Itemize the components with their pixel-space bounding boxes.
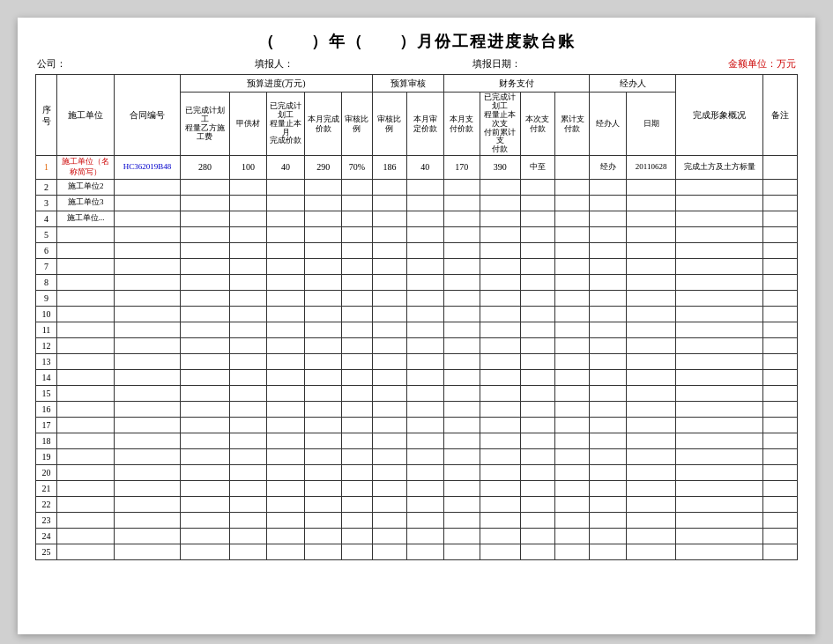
table-cell	[555, 226, 590, 242]
table-cell	[762, 528, 797, 544]
table-cell	[480, 290, 520, 306]
col-budget-group: 预算进度(万元)	[180, 75, 372, 93]
table-cell	[341, 353, 372, 369]
col-contractor: 施工单位	[57, 75, 115, 156]
table-cell: HC362019B48	[115, 156, 180, 179]
table-cell	[180, 417, 230, 433]
table-cell: 17	[36, 417, 57, 433]
table-cell	[180, 274, 230, 290]
table-cell	[305, 417, 341, 433]
table-cell	[762, 242, 797, 258]
table-cell: 中至	[520, 156, 554, 179]
table-row: 4施工单位...	[36, 211, 798, 226]
company-label: 公司：	[37, 57, 143, 70]
table-row: 25	[36, 544, 798, 559]
table-cell	[762, 322, 797, 337]
table-cell	[676, 417, 762, 433]
table-cell	[341, 369, 372, 385]
col-note: 备注	[762, 75, 797, 156]
table-cell	[180, 353, 230, 369]
table-cell	[180, 337, 230, 353]
table-cell	[305, 274, 341, 290]
table-cell	[341, 226, 372, 242]
table-cell	[230, 496, 266, 512]
table-cell: 19	[36, 448, 57, 464]
table-cell	[555, 385, 590, 401]
table-cell: 1	[36, 156, 57, 179]
table-cell	[676, 353, 762, 369]
table-cell	[230, 401, 266, 417]
table-cell	[590, 258, 626, 274]
table-cell	[590, 195, 626, 211]
table-cell	[305, 464, 341, 480]
table-cell	[762, 417, 797, 433]
table-cell	[341, 433, 372, 448]
table-row: 10	[36, 306, 798, 322]
meta-row: 公司： 填报人： 填报日期： 金额单位：万元	[35, 57, 798, 70]
table-cell	[57, 274, 115, 290]
table-cell	[341, 417, 372, 433]
table-cell	[480, 369, 520, 385]
table-cell	[626, 242, 676, 258]
table-cell	[57, 464, 115, 480]
table-cell	[520, 258, 554, 274]
table-cell	[626, 290, 676, 306]
table-cell	[590, 322, 626, 337]
table-cell	[266, 401, 305, 417]
table-cell	[305, 322, 341, 337]
table-cell	[480, 512, 520, 528]
table-row: 17	[36, 417, 798, 433]
table-cell	[407, 290, 443, 306]
table-row: 5	[36, 226, 798, 242]
table-cell	[520, 226, 554, 242]
table-cell	[266, 211, 305, 226]
table-cell: 6	[36, 242, 57, 258]
table-cell: 20	[36, 464, 57, 480]
table-cell	[341, 401, 372, 417]
table-cell	[555, 528, 590, 544]
table-cell: 70%	[341, 156, 372, 179]
table-cell	[305, 179, 341, 195]
table-cell	[626, 274, 676, 290]
col-p3: 本次支付款	[520, 93, 554, 156]
table-cell	[676, 528, 762, 544]
table-cell	[676, 401, 762, 417]
table-cell	[676, 369, 762, 385]
table-cell	[443, 544, 480, 559]
table-cell	[480, 322, 520, 337]
table-cell	[115, 274, 180, 290]
table-cell	[115, 211, 180, 226]
table-cell	[230, 306, 266, 322]
table-cell	[266, 448, 305, 464]
table-cell	[115, 242, 180, 258]
table-cell	[407, 242, 443, 258]
table-cell	[305, 290, 341, 306]
table-cell	[57, 385, 115, 401]
table-cell	[676, 322, 762, 337]
table-cell	[407, 211, 443, 226]
table-cell	[341, 322, 372, 337]
table-cell	[480, 401, 520, 417]
col-review-group: 预算审核	[372, 75, 443, 93]
table-cell: 经办	[590, 156, 626, 179]
table-cell	[230, 464, 266, 480]
table-cell	[626, 464, 676, 480]
table-cell	[676, 385, 762, 401]
table-cell	[305, 528, 341, 544]
table-cell: 5	[36, 226, 57, 242]
table-cell	[372, 290, 406, 306]
table-cell	[266, 369, 305, 385]
table-cell	[520, 401, 554, 417]
table-cell	[520, 211, 554, 226]
table-cell	[626, 385, 676, 401]
table-cell	[341, 464, 372, 480]
table-cell	[762, 369, 797, 385]
table-cell	[57, 353, 115, 369]
table-cell	[407, 274, 443, 290]
table-cell	[180, 369, 230, 385]
table-cell	[762, 433, 797, 448]
table-cell: 16	[36, 401, 57, 417]
table-cell	[372, 433, 406, 448]
table-cell: 40	[407, 156, 443, 179]
table-cell	[115, 544, 180, 559]
